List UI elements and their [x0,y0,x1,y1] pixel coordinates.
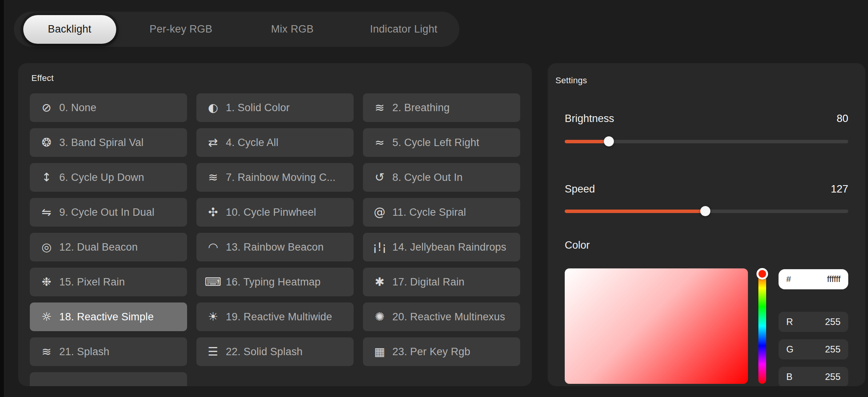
tab-label: Indicator Light [370,23,437,35]
raindrop-marks-icon: ¡!¡ [371,241,388,253]
rgb-channel-r[interactable]: R 255 [779,312,848,332]
effect-button-22[interactable]: ☰ 22. Solid Splash [196,337,354,366]
effect-label: 6. Cycle Up Down [59,172,144,184]
brightness-value: 80 [837,113,848,125]
effect-button-16[interactable]: ⌨ 16. Typing Heatmap [196,268,354,296]
tab-label: Per-key RGB [150,23,212,35]
effect-button-14[interactable]: ¡!¡ 14. Jellybean Raindrops [363,233,520,261]
rgb-channel-b[interactable]: B 255 [779,367,848,386]
effect-button-2[interactable]: ≋ 2. Breathing [363,93,520,122]
spiral-icon: @ [371,206,388,218]
list-lines-icon: ☰ [204,346,222,357]
color-section-label: Color [565,239,590,251]
tab-per-key-rgb[interactable]: Per-key RGB [125,12,237,47]
sparkles-icon: ❉ [38,276,55,288]
effect-button-5[interactable]: ≈ 5. Cycle Left Right [363,128,520,157]
effect-button-17[interactable]: ✱ 17. Digital Rain [363,268,520,296]
effect-grid: ⊘ 0. None ◐ 1. Solid Color ≋ 2. Breathin… [30,93,520,386]
hue-slider-thumb[interactable] [756,268,768,280]
sun-icon: ☼ [38,311,55,323]
effect-button-9[interactable]: ⇋ 9. Cycle Out In Dual [30,198,187,227]
speed-slider[interactable] [565,206,848,217]
channel-value: 255 [825,344,840,355]
tab-indicator-light[interactable]: Indicator Light [348,12,460,47]
hex-prefix: # [786,274,791,284]
active-tab-pill[interactable]: Backlight [23,15,116,44]
effect-label: 18. Reactive Simple [59,311,154,323]
effect-label: 17. Digital Rain [392,276,464,288]
channel-value: 255 [825,316,840,327]
effect-button-4[interactable]: ⇄ 4. Cycle All [196,128,354,157]
brightness-slider-fill [565,140,609,143]
speed-header: Speed 127 [565,183,848,195]
saturation-value-picker[interactable] [565,268,748,384]
brightness-header: Brightness 80 [565,113,848,125]
effect-button-15[interactable]: ❉ 15. Pixel Rain [30,268,187,296]
effect-button-12[interactable]: ◎ 12. Dual Beacon [30,233,187,261]
effect-button-8[interactable]: ↺ 8. Cycle Out In [363,163,520,192]
cycle-arrows-icon: ⇄ [204,137,222,148]
effect-button-21[interactable]: ≋ 21. Splash [30,337,187,366]
effect-button-11[interactable]: @ 11. Cycle Spiral [363,198,520,227]
effect-button-18[interactable]: ☼ 18. Reactive Simple [30,302,187,331]
effect-label: 19. Reactive Multiwide [226,311,332,323]
settings-panel: Settings Brightness 80 Speed 127 Color #… [548,63,865,386]
concentric-circles-icon: ◎ [38,241,55,253]
effect-label: 21. Splash [59,346,110,358]
pinwheel-icon: ✣ [204,206,222,218]
channel-value: 255 [825,371,840,382]
waves-icon: ≈ [371,137,388,148]
sun-dots-icon: ✺ [371,311,388,323]
effect-button-23[interactable]: ▦ 23. Per Key Rgb [363,337,520,366]
brightness-slider-thumb[interactable] [604,136,614,146]
effect-button-13[interactable]: ◠ 13. Rainbow Beacon [196,233,354,261]
effect-label: 12. Dual Beacon [59,241,138,253]
speed-label: Speed [565,183,595,195]
channel-label: G [786,344,794,355]
effect-button-1[interactable]: ◐ 1. Solid Color [196,93,354,122]
keyboard-icon: ⌨ [204,276,222,288]
effect-button-3[interactable]: ❂ 3. Band Spiral Val [30,128,187,157]
tab-label: Backlight [48,23,91,35]
effect-label: 9. Cycle Out In Dual [59,206,155,218]
effect-button-6[interactable]: ↕ 6. Cycle Up Down [30,163,187,192]
brightness-label: Brightness [565,113,614,125]
effect-button-20[interactable]: ✺ 20. Reactive Multinexus [363,302,520,331]
sun-rays-icon: ☀ [204,311,222,323]
settings-panel-title: Settings [555,76,587,86]
effect-label: 0. None [59,102,96,114]
speed-value: 127 [831,183,848,195]
effect-button-19[interactable]: ☀ 19. Reactive Multiwide [196,302,354,331]
effect-label: 7. Rainbow Moving C... [226,172,336,184]
effect-label: 2. Breathing [392,102,450,114]
speed-slider-thumb[interactable] [700,206,710,216]
effect-button-10[interactable]: ✣ 10. Cycle Pinwheel [196,198,354,227]
tab-mix-rgb[interactable]: Mix RGB [237,12,348,47]
effect-button-0[interactable]: ⊘ 0. None [30,93,187,122]
effect-label: 23. Per Key Rgb [392,346,470,358]
channel-label: R [786,316,793,327]
splash-waves-icon: ≋ [38,346,55,357]
tab-backlight[interactable]: Backlight [14,12,125,47]
rgb-channel-g[interactable]: G 255 [779,339,848,359]
wind-icon: ≋ [371,102,388,113]
effect-label: 10. Cycle Pinwheel [226,206,316,218]
hex-color-input[interactable]: # ffffff [779,269,848,289]
hex-value: ffffff [827,274,840,284]
effect-panel: Effect ⊘ 0. None ◐ 1. Solid Color ≋ 2. B… [18,63,532,386]
effect-panel-title: Effect [31,73,520,83]
effect-label: 1. Solid Color [226,102,290,114]
effect-label: 8. Cycle Out In [392,172,463,184]
window-edge [0,0,4,397]
effect-label: 20. Reactive Multinexus [392,311,505,323]
effect-button-7[interactable]: ≋ 7. Rainbow Moving C... [196,163,354,192]
rainbow-arc-icon: ◠ [204,241,222,253]
effect-label: 22. Solid Splash [226,346,303,358]
effect-button-clipped[interactable] [30,372,187,386]
rainbow-waves-icon: ≋ [204,172,222,183]
brightness-slider[interactable] [565,136,848,147]
effect-label: 14. Jellybean Raindrops [392,241,506,253]
hue-slider[interactable] [758,268,766,384]
key-grid-icon: ▦ [371,346,388,357]
none-icon: ⊘ [38,102,55,113]
